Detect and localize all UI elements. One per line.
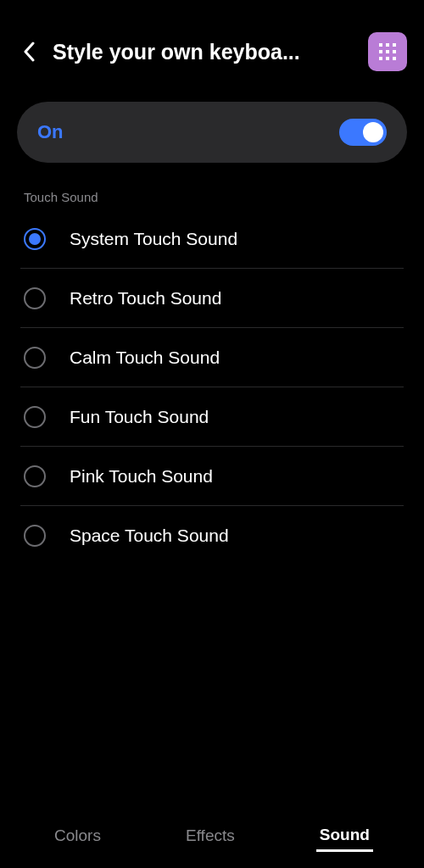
touch-sound-options: System Touch SoundRetro Touch SoundCalm … xyxy=(0,209,424,565)
option-label: Space Touch Sound xyxy=(70,526,229,546)
sound-option-row[interactable]: Space Touch Sound xyxy=(20,506,404,565)
sound-option-row[interactable]: Fun Touch Sound xyxy=(20,387,404,447)
radio-button[interactable] xyxy=(24,406,46,428)
radio-button[interactable] xyxy=(24,347,46,369)
back-button[interactable] xyxy=(17,40,41,64)
section-label: Touch Sound xyxy=(24,190,424,204)
svg-rect-4 xyxy=(386,50,389,53)
svg-rect-2 xyxy=(393,43,396,47)
svg-rect-7 xyxy=(386,57,389,60)
option-label: Calm Touch Sound xyxy=(70,348,220,368)
radio-button[interactable] xyxy=(24,465,46,487)
option-label: Fun Touch Sound xyxy=(70,407,209,427)
chevron-left-icon xyxy=(23,42,35,62)
switch-thumb xyxy=(363,122,383,142)
svg-rect-0 xyxy=(379,43,382,47)
radio-button[interactable] xyxy=(24,228,46,250)
option-label: System Touch Sound xyxy=(70,229,237,249)
sound-toggle-row[interactable]: On xyxy=(17,102,407,163)
option-label: Pink Touch Sound xyxy=(70,466,213,487)
svg-rect-6 xyxy=(379,57,382,60)
tab-effects[interactable]: Effects xyxy=(182,821,238,850)
radio-button[interactable] xyxy=(24,525,46,547)
option-label: Retro Touch Sound xyxy=(70,288,221,309)
toggle-label: On xyxy=(37,121,64,143)
apps-grid-button[interactable] xyxy=(368,32,407,71)
svg-rect-1 xyxy=(386,43,389,47)
sound-option-row[interactable]: Calm Touch Sound xyxy=(20,328,404,387)
radio-button[interactable] xyxy=(24,287,46,309)
sound-toggle-switch[interactable] xyxy=(339,119,387,146)
tab-colors[interactable]: Colors xyxy=(51,821,104,850)
page-title: Style your own keyboa... xyxy=(53,40,356,64)
sound-option-row[interactable]: Retro Touch Sound xyxy=(20,269,404,328)
tab-sound[interactable]: Sound xyxy=(316,821,373,852)
svg-rect-8 xyxy=(393,57,396,60)
grid-icon xyxy=(378,42,397,61)
sound-option-row[interactable]: System Touch Sound xyxy=(20,209,404,269)
bottom-tabs: ColorsEffectsSound xyxy=(0,814,424,868)
svg-rect-5 xyxy=(393,50,396,53)
svg-rect-3 xyxy=(379,50,382,53)
sound-option-row[interactable]: Pink Touch Sound xyxy=(20,447,404,506)
